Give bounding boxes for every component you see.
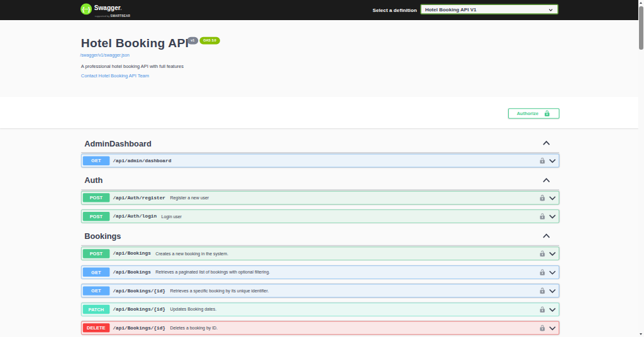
svg-text:}: } <box>88 6 91 13</box>
svg-text:{: { <box>82 6 85 13</box>
